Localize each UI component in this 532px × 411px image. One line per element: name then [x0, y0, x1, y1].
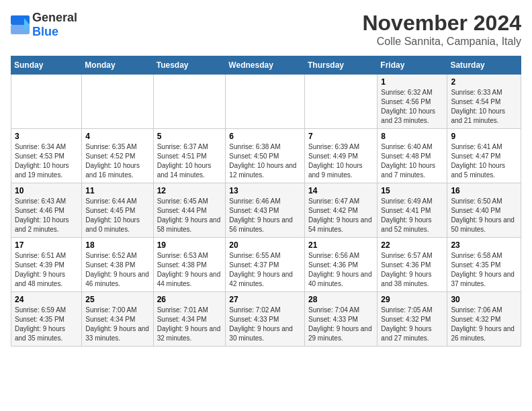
day-number: 3 — [15, 132, 78, 141]
calendar-table: SundayMondayTuesdayWednesdayThursdayFrid… — [11, 56, 521, 347]
subtitle: Colle Sannita, Campania, Italy — [362, 36, 521, 48]
day-number: 14 — [308, 186, 373, 195]
calendar-cell: 15Sunrise: 6:49 AM Sunset: 4:41 PM Dayli… — [378, 183, 447, 238]
calendar-cell — [226, 75, 305, 129]
day-info: Sunrise: 7:02 AM Sunset: 4:33 PM Dayligh… — [229, 306, 301, 343]
day-info: Sunrise: 6:58 AM Sunset: 4:35 PM Dayligh… — [451, 251, 517, 289]
day-info: Sunrise: 7:00 AM Sunset: 4:34 PM Dayligh… — [85, 306, 149, 343]
day-number: 13 — [229, 186, 301, 195]
day-info: Sunrise: 6:40 AM Sunset: 4:48 PM Dayligh… — [381, 142, 443, 180]
day-info: Sunrise: 6:39 AM Sunset: 4:49 PM Dayligh… — [308, 142, 373, 180]
day-number: 18 — [85, 240, 149, 250]
day-number: 19 — [157, 240, 222, 250]
day-info: Sunrise: 6:44 AM Sunset: 4:45 PM Dayligh… — [85, 197, 149, 234]
day-number: 11 — [85, 186, 149, 195]
day-number: 2 — [451, 77, 517, 87]
day-info: Sunrise: 6:59 AM Sunset: 4:35 PM Dayligh… — [15, 306, 78, 343]
day-info: Sunrise: 6:47 AM Sunset: 4:42 PM Dayligh… — [308, 197, 373, 234]
calendar-cell — [82, 75, 153, 129]
calendar-cell: 1Sunrise: 6:32 AM Sunset: 4:56 PM Daylig… — [378, 75, 447, 129]
calendar-cell: 2Sunrise: 6:33 AM Sunset: 4:54 PM Daylig… — [447, 75, 521, 129]
header-monday: Monday — [82, 56, 153, 75]
week-row-1: 1Sunrise: 6:32 AM Sunset: 4:56 PM Daylig… — [11, 75, 521, 129]
header-sunday: Sunday — [11, 56, 82, 75]
day-number: 7 — [308, 132, 373, 141]
day-info: Sunrise: 6:51 AM Sunset: 4:39 PM Dayligh… — [15, 251, 78, 289]
day-number: 5 — [157, 132, 222, 141]
day-info: Sunrise: 6:43 AM Sunset: 4:46 PM Dayligh… — [15, 197, 78, 234]
header-thursday: Thursday — [304, 56, 377, 75]
calendar-cell: 7Sunrise: 6:39 AM Sunset: 4:49 PM Daylig… — [304, 129, 377, 183]
day-info: Sunrise: 7:06 AM Sunset: 4:32 PM Dayligh… — [451, 306, 517, 343]
main-title: November 2024 — [362, 11, 521, 36]
week-row-2: 3Sunrise: 6:34 AM Sunset: 4:53 PM Daylig… — [11, 129, 521, 183]
day-number: 15 — [381, 186, 443, 195]
week-row-4: 17Sunrise: 6:51 AM Sunset: 4:39 PM Dayli… — [11, 238, 521, 292]
day-number: 29 — [381, 295, 443, 304]
day-number: 4 — [85, 132, 149, 141]
logo-general: General — [32, 11, 77, 24]
calendar-cell: 30Sunrise: 7:06 AM Sunset: 4:32 PM Dayli… — [447, 292, 521, 347]
day-number: 22 — [381, 240, 443, 250]
calendar-cell: 12Sunrise: 6:45 AM Sunset: 4:44 PM Dayli… — [153, 183, 226, 238]
calendar-cell: 26Sunrise: 7:01 AM Sunset: 4:34 PM Dayli… — [153, 292, 226, 347]
calendar-cell: 29Sunrise: 7:05 AM Sunset: 4:32 PM Dayli… — [378, 292, 447, 347]
logo: General Blue — [11, 11, 77, 39]
day-number: 20 — [229, 240, 301, 250]
calendar-cell: 6Sunrise: 6:38 AM Sunset: 4:50 PM Daylig… — [226, 129, 305, 183]
day-info: Sunrise: 6:50 AM Sunset: 4:40 PM Dayligh… — [451, 197, 517, 234]
day-number: 8 — [381, 132, 443, 141]
calendar-cell: 25Sunrise: 7:00 AM Sunset: 4:34 PM Dayli… — [82, 292, 153, 347]
day-info: Sunrise: 6:38 AM Sunset: 4:50 PM Dayligh… — [229, 142, 301, 180]
calendar-cell: 23Sunrise: 6:58 AM Sunset: 4:35 PM Dayli… — [447, 238, 521, 292]
header-wednesday: Wednesday — [226, 56, 305, 75]
day-info: Sunrise: 6:45 AM Sunset: 4:44 PM Dayligh… — [157, 197, 222, 234]
calendar-cell — [304, 75, 377, 129]
week-row-3: 10Sunrise: 6:43 AM Sunset: 4:46 PM Dayli… — [11, 183, 521, 238]
calendar-cell: 8Sunrise: 6:40 AM Sunset: 4:48 PM Daylig… — [378, 129, 447, 183]
calendar-cell: 11Sunrise: 6:44 AM Sunset: 4:45 PM Dayli… — [82, 183, 153, 238]
calendar-cell: 14Sunrise: 6:47 AM Sunset: 4:42 PM Dayli… — [304, 183, 377, 238]
calendar-cell: 16Sunrise: 6:50 AM Sunset: 4:40 PM Dayli… — [447, 183, 521, 238]
day-number: 1 — [381, 77, 443, 87]
day-info: Sunrise: 6:32 AM Sunset: 4:56 PM Dayligh… — [381, 88, 443, 126]
day-info: Sunrise: 6:34 AM Sunset: 4:53 PM Dayligh… — [15, 142, 78, 180]
day-info: Sunrise: 6:52 AM Sunset: 4:38 PM Dayligh… — [85, 251, 149, 289]
day-number: 12 — [157, 186, 222, 195]
calendar-cell: 13Sunrise: 6:46 AM Sunset: 4:43 PM Dayli… — [226, 183, 305, 238]
header-saturday: Saturday — [447, 56, 521, 75]
day-info: Sunrise: 6:33 AM Sunset: 4:54 PM Dayligh… — [451, 88, 517, 126]
day-info: Sunrise: 6:41 AM Sunset: 4:47 PM Dayligh… — [451, 142, 517, 180]
calendar-cell: 24Sunrise: 6:59 AM Sunset: 4:35 PM Dayli… — [11, 292, 82, 347]
day-info: Sunrise: 6:35 AM Sunset: 4:52 PM Dayligh… — [85, 142, 149, 180]
day-number: 24 — [15, 295, 78, 304]
header-tuesday: Tuesday — [153, 56, 226, 75]
logo-text: General Blue — [32, 11, 77, 39]
day-number: 10 — [15, 186, 78, 195]
day-number: 17 — [15, 240, 78, 250]
day-info: Sunrise: 6:57 AM Sunset: 4:36 PM Dayligh… — [381, 251, 443, 289]
calendar-cell: 9Sunrise: 6:41 AM Sunset: 4:47 PM Daylig… — [447, 129, 521, 183]
day-info: Sunrise: 7:04 AM Sunset: 4:33 PM Dayligh… — [308, 306, 373, 343]
day-info: Sunrise: 6:46 AM Sunset: 4:43 PM Dayligh… — [229, 197, 301, 234]
header: General Blue November 2024 Colle Sannita… — [11, 11, 521, 48]
calendar-cell: 19Sunrise: 6:53 AM Sunset: 4:38 PM Dayli… — [153, 238, 226, 292]
calendar-cell — [153, 75, 226, 129]
day-info: Sunrise: 6:55 AM Sunset: 4:37 PM Dayligh… — [229, 251, 301, 289]
logo-icon — [11, 15, 30, 34]
calendar-cell: 4Sunrise: 6:35 AM Sunset: 4:52 PM Daylig… — [82, 129, 153, 183]
day-info: Sunrise: 6:37 AM Sunset: 4:51 PM Dayligh… — [157, 142, 222, 180]
calendar-cell: 21Sunrise: 6:56 AM Sunset: 4:36 PM Dayli… — [304, 238, 377, 292]
day-number: 23 — [451, 240, 517, 250]
calendar-cell: 27Sunrise: 7:02 AM Sunset: 4:33 PM Dayli… — [226, 292, 305, 347]
day-number: 16 — [451, 186, 517, 195]
calendar-cell: 17Sunrise: 6:51 AM Sunset: 4:39 PM Dayli… — [11, 238, 82, 292]
calendar-cell: 3Sunrise: 6:34 AM Sunset: 4:53 PM Daylig… — [11, 129, 82, 183]
day-number: 6 — [229, 132, 301, 141]
day-number: 25 — [85, 295, 149, 304]
calendar-cell: 22Sunrise: 6:57 AM Sunset: 4:36 PM Dayli… — [378, 238, 447, 292]
header-friday: Friday — [378, 56, 447, 75]
day-number: 27 — [229, 295, 301, 304]
day-number: 21 — [308, 240, 373, 250]
day-info: Sunrise: 6:56 AM Sunset: 4:36 PM Dayligh… — [308, 251, 373, 289]
